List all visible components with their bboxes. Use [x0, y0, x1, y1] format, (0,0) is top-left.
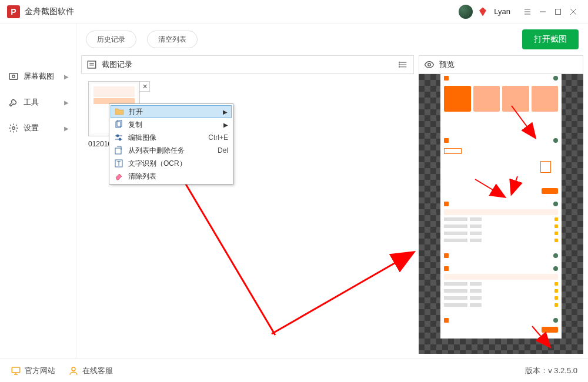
support-icon — [68, 366, 79, 376]
username-label[interactable]: Lyan — [494, 7, 510, 16]
wrench-icon — [8, 97, 19, 108]
online-support-label: 在线客服 — [82, 366, 113, 376]
sidebar-item-tools[interactable]: 工具 ▶ — [0, 89, 76, 115]
svg-point-9 — [12, 127, 15, 130]
svg-point-24 — [116, 135, 119, 137]
submenu-arrow-icon: ▶ — [223, 109, 228, 115]
official-site-label: 官方网站 — [25, 366, 55, 376]
copy-icon — [114, 120, 123, 129]
svg-text:T: T — [117, 160, 121, 167]
menu-button[interactable] — [520, 4, 535, 19]
maximize-button[interactable] — [550, 4, 566, 19]
svg-point-40 — [72, 367, 75, 371]
gear-icon — [8, 123, 19, 133]
svg-point-19 — [428, 63, 431, 66]
sidebar-item-label: 屏幕截图 — [24, 71, 59, 82]
context-item-label: 复制 — [128, 120, 219, 130]
list-view-icon[interactable] — [398, 59, 409, 70]
clear-list-button-label: 清空列表 — [158, 35, 186, 45]
context-item-label: 清除列表 — [128, 172, 228, 182]
preview-image — [440, 74, 562, 339]
list-icon — [86, 59, 97, 70]
records-panel-header: 截图记录 — [81, 55, 414, 74]
chevron-right-icon: ▶ — [64, 125, 69, 132]
chevron-right-icon: ▶ — [64, 73, 69, 80]
delete-icon — [114, 146, 123, 155]
app-logo: P — [7, 5, 20, 18]
records-title: 截图记录 — [102, 59, 132, 70]
context-item-delete[interactable]: 从列表中删除任务 Del — [111, 144, 232, 157]
sidebar-item-screenshot[interactable]: 屏幕截图 ▶ — [0, 63, 76, 89]
context-menu: 打开 ▶ 复制 ▶ 编辑图像 Ctrl+E 从列表中删除任务 Del T 文字识… — [109, 103, 233, 185]
close-button[interactable] — [566, 4, 581, 19]
preview-title: 预览 — [439, 59, 455, 70]
app-title: 金舟截图软件 — [25, 6, 74, 17]
official-site-link[interactable]: 官方网站 — [11, 366, 55, 376]
edit-icon — [114, 133, 123, 142]
eye-icon — [424, 59, 435, 70]
avatar[interactable] — [459, 5, 473, 19]
context-item-label: 文字识别（OCR） — [128, 159, 228, 169]
svg-point-16 — [399, 62, 400, 63]
sidebar: 屏幕截图 ▶ 工具 ▶ 设置 ▶ — [0, 24, 76, 358]
submenu-arrow-icon: ▶ — [223, 122, 228, 128]
svg-rect-4 — [556, 9, 561, 14]
sidebar-item-label: 设置 — [24, 123, 59, 133]
eraser-icon — [114, 172, 123, 181]
screenshot-icon — [8, 71, 19, 82]
context-item-label: 编辑图像 — [128, 133, 203, 143]
open-capture-button[interactable]: 打开截图 — [522, 29, 579, 49]
svg-rect-37 — [12, 367, 20, 373]
context-item-label: 从列表中删除任务 — [128, 146, 213, 156]
shortcut-label: Ctrl+E — [208, 133, 228, 142]
context-item-label: 打开 — [129, 107, 218, 117]
version-label: 版本：v 3.2.5.0 — [525, 366, 577, 376]
context-item-clear[interactable]: 清除列表 — [111, 170, 232, 183]
clear-list-button[interactable]: 清空列表 — [147, 31, 198, 48]
preview-panel-body[interactable] — [419, 74, 583, 354]
svg-rect-10 — [88, 61, 96, 68]
context-item-copy[interactable]: 复制 ▶ — [111, 118, 232, 131]
online-support-link[interactable]: 在线客服 — [68, 366, 113, 376]
context-item-open[interactable]: 打开 ▶ — [111, 105, 232, 118]
open-capture-label: 打开截图 — [534, 34, 567, 45]
history-button-label: 历史记录 — [97, 35, 125, 45]
svg-rect-26 — [115, 148, 121, 154]
svg-point-18 — [399, 66, 400, 68]
text-icon: T — [114, 159, 123, 168]
folder-icon — [115, 107, 124, 116]
vip-diamond-icon[interactable] — [477, 6, 488, 17]
chevron-right-icon: ▶ — [64, 99, 69, 106]
sidebar-item-settings[interactable]: 设置 ▶ — [0, 115, 76, 141]
context-item-edit-image[interactable]: 编辑图像 Ctrl+E — [111, 131, 232, 144]
context-item-ocr[interactable]: T 文字识别（OCR） — [111, 157, 232, 170]
svg-point-25 — [119, 138, 121, 140]
svg-point-8 — [12, 75, 15, 78]
history-button[interactable]: 历史记录 — [86, 31, 136, 48]
thumbnail-close-button[interactable]: ✕ — [139, 81, 150, 92]
svg-rect-7 — [9, 73, 18, 80]
sidebar-item-label: 工具 — [24, 97, 59, 108]
minimize-button[interactable] — [535, 4, 550, 19]
svg-point-17 — [399, 64, 400, 65]
shortcut-label: Del — [218, 146, 228, 155]
monitor-icon — [11, 366, 21, 376]
preview-panel-header: 预览 — [419, 55, 583, 74]
